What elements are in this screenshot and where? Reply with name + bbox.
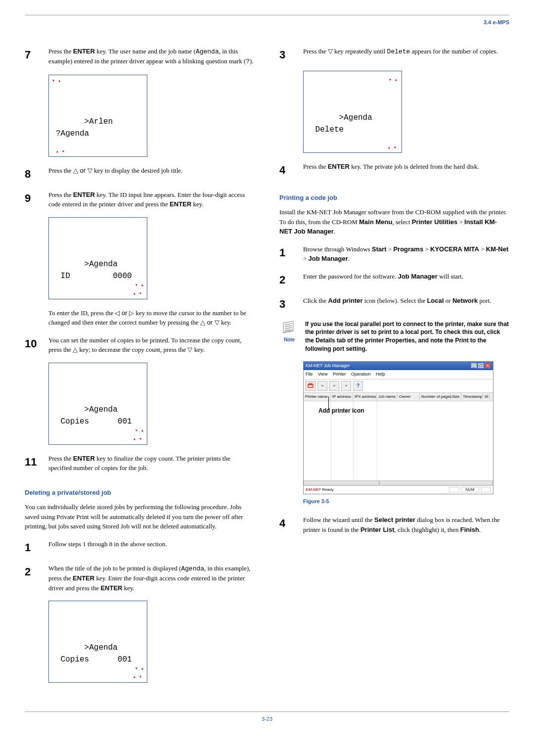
blink-icon: ▾ ▴ (135, 282, 144, 289)
window-titlebar[interactable]: KM-NET Job Manager _□× (304, 362, 493, 371)
key-enter: ENTER (73, 47, 95, 55)
step-number: 4 (279, 162, 293, 178)
subheading-deleting: Deleting a private/stored job (25, 488, 255, 498)
step-text: Browse through Windows Start > Programs … (303, 244, 509, 264)
t: > (457, 218, 464, 226)
step-number: 2 (25, 564, 39, 593)
app-name: Job Manager (398, 273, 438, 280)
col-ip[interactable]: IP address (331, 393, 353, 401)
status-ready: Ready (322, 487, 333, 492)
maximize-icon[interactable]: □ (478, 363, 484, 369)
step-text: Press the ▽ key repeatedly until Delete … (303, 47, 509, 63)
port-network: Network (452, 297, 478, 304)
delete-step-2: 2 When the title of the job to be printe… (25, 564, 255, 593)
help-icon[interactable]: ? (353, 381, 363, 391)
scrollbar[interactable] (379, 480, 493, 485)
col-st[interactable]: St (483, 393, 490, 401)
t: key. (220, 319, 231, 326)
arrow-down: ▽ (328, 47, 333, 55)
step-text: Press the ENTER key. The user name and t… (48, 47, 255, 67)
step-10: 10 You can set the number of copies to b… (25, 335, 255, 355)
subheading-printing-code: Printing a code job (279, 193, 509, 203)
lcd-line: Copies 001 (56, 417, 132, 426)
blink-icon: ▴ ▾ (388, 144, 397, 151)
t: key. (122, 584, 134, 592)
lcd-line: Copies 001 (56, 655, 132, 664)
step-number: 10 (25, 335, 39, 355)
step-text: Press the ENTER key. The private job is … (303, 162, 509, 178)
menu-programs: Programs (393, 245, 423, 253)
minimize-icon[interactable]: _ (471, 363, 477, 369)
step-9-cont: To enter the ID, press the ◁ or ▷ key to… (25, 308, 255, 328)
t: key. The user name and the job name ( (95, 47, 196, 55)
section-label: 3.4 e-MPS (25, 18, 509, 27)
step-text: Click the Add printer icon (below). Sele… (303, 296, 509, 312)
callout-text: Add printer icon (318, 407, 364, 414)
menu-operation[interactable]: Operation (351, 372, 371, 377)
right-step-4: 4 Press the ENTER key. The private job i… (279, 162, 509, 178)
lcd-line: >Arlen (85, 117, 113, 126)
arrow-down: ▽ (187, 346, 192, 353)
blink-icon: ▾ ▴ (52, 77, 61, 85)
menu-printer[interactable]: Printer (333, 372, 346, 377)
lcd-display-4: ▾ ▴ ▴ ▾ >Agenda Copies 001 (48, 601, 147, 683)
status-num: NUM (461, 487, 479, 492)
split-scrollbars (304, 480, 493, 485)
step-number: 3 (279, 47, 293, 63)
col-ipx[interactable]: IPX address (353, 393, 377, 401)
step-number: 7 (25, 47, 39, 67)
step-text: When the title of the job to be printed … (48, 564, 255, 593)
lcd-line: Delete (311, 125, 344, 134)
t: key. (191, 200, 203, 208)
window-title: KM-NET Job Manager (306, 363, 350, 370)
t: will start. (438, 273, 463, 280)
blink-icon: ▴ ▾ (133, 673, 142, 681)
lcd-line: >Agenda (85, 405, 118, 414)
job-manager-window: KM-NET Job Manager _□× File View Printer… (303, 361, 493, 494)
scrollbar[interactable] (304, 480, 379, 485)
t: Press the (303, 163, 328, 170)
lcd-line: ?Agenda (56, 129, 89, 138)
col-timestamp[interactable]: Timestamp (461, 393, 483, 401)
intro-paragraph: You can individually delete stored jobs … (25, 502, 255, 531)
t: > (423, 245, 430, 253)
menu-file[interactable]: File (306, 372, 313, 377)
status-empty (481, 487, 491, 492)
callout-line (328, 396, 329, 410)
callout-add-printer: Add printer icon (318, 406, 364, 415)
step-number-empty (25, 308, 39, 328)
col-divider (377, 401, 377, 480)
header-rule (25, 15, 509, 15)
close-icon[interactable]: × (485, 363, 491, 369)
t: Follow the wizard until the (303, 516, 374, 523)
add-printer-icon[interactable] (306, 381, 315, 391)
code: Agenda (181, 565, 204, 572)
t: Press the (48, 455, 73, 462)
t: . (348, 255, 350, 262)
col-pages[interactable]: Number of pages (420, 393, 450, 401)
col-owner[interactable]: Owner (398, 393, 420, 401)
t: Press the (48, 191, 73, 198)
arrow-keys: ◁ or ▷ (115, 309, 134, 317)
port-local: Local (427, 297, 444, 304)
step-text: Follow steps 1 through 8 in the above se… (48, 539, 255, 556)
toolbar-icon[interactable]: ▫ (329, 381, 339, 391)
t: ). (250, 57, 254, 65)
note-block: Note If you use the local parallel port … (279, 320, 509, 353)
menu-help[interactable]: Help (376, 372, 385, 377)
step-text: Follow the wizard until the Select print… (303, 515, 509, 534)
menu-view[interactable]: View (318, 372, 327, 377)
blink-icon: ▴ ▾ (56, 148, 65, 155)
step-text: To enter the ID, press the ◁ or ▷ key to… (48, 308, 255, 328)
step-7: 7 Press the ENTER key. The user name and… (25, 47, 255, 67)
menu-main: Main Menu (359, 218, 392, 226)
col-printer-name[interactable]: Printer name (304, 393, 331, 401)
code-step-4: 4 Follow the wizard until the Select pri… (279, 515, 509, 534)
col-jobname[interactable]: Job name (377, 393, 398, 401)
toolbar-icon[interactable]: ▫ (317, 381, 327, 391)
col-size[interactable]: Size (450, 393, 461, 401)
blink-icon: ▴ ▾ (133, 435, 142, 443)
key-enter: ENTER (73, 455, 95, 462)
step-number: 1 (25, 539, 39, 556)
toolbar-icon[interactable]: ▫ (341, 381, 351, 391)
